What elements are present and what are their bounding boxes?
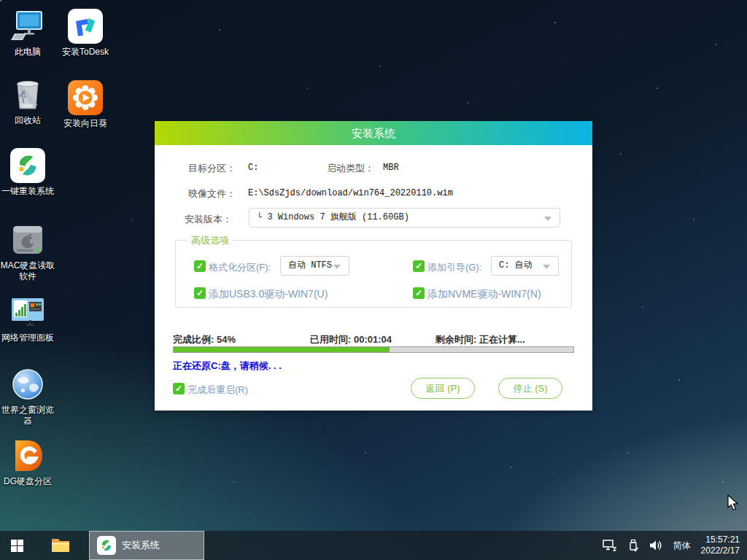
ime-indicator[interactable]: 简体 [673, 540, 691, 552]
advanced-options-legend: 高级选项 [187, 234, 233, 247]
tray-date: 2022/2/17 [701, 545, 740, 556]
chevron-down-icon [544, 217, 551, 221]
progress-percent-text: 完成比例: 54% [173, 333, 236, 346]
elapsed-time-text: 已用时间: 00:01:04 [310, 333, 392, 346]
windows-logo-icon [11, 540, 23, 552]
desktop-icon-label: 回收站 [0, 115, 57, 126]
desktop-icon-mac-disk[interactable]: MAC硬盘读取软件 [0, 222, 57, 282]
image-file-label: 映像文件： [188, 187, 236, 201]
add-boot-label: 添加引导(G): [427, 261, 481, 274]
desktop-icon-label: 此电脑 [0, 47, 57, 58]
system-tray: 简体 15:57:21 2022/2/17 [603, 534, 747, 556]
volume-icon[interactable] [649, 540, 663, 551]
install-version-label: 安装版本： [185, 213, 232, 226]
format-partition-dropdown[interactable]: 自动 NTFS [280, 256, 349, 276]
taskbar: 安装系统 简体 15:57:21 2022/2/17 [0, 531, 747, 560]
desktop-icon-label: 安装向日葵 [56, 118, 115, 129]
taskbar-task-install-system[interactable]: 安装系统 [89, 531, 204, 560]
world-window-browser-icon [10, 367, 45, 402]
mac-disk-icon [10, 222, 45, 257]
file-explorer-button[interactable] [44, 531, 77, 560]
install-app-icon [97, 536, 116, 555]
back-button[interactable]: 返回 (P) [411, 378, 475, 399]
progress-fill [174, 347, 390, 352]
progress-bar [173, 346, 574, 353]
desktop-icon-recycle-bin[interactable]: 回收站 [0, 77, 57, 126]
add-boot-checkbox[interactable] [413, 260, 425, 272]
image-file-value: E:\SdsZjds/download/win764_20220110.wim [248, 188, 453, 198]
desktop-icon-label: MAC硬盘读取软件 [0, 260, 57, 282]
target-partition-value: C: [248, 163, 258, 173]
advanced-options-group: 高级选项 格式化分区(F): 自动 NTFS 添加引导(G): C: 自动 添加… [175, 240, 572, 308]
usb-icon[interactable] [627, 539, 639, 552]
dialog-title: 安装系统 [352, 127, 395, 139]
reboot-after-checkbox[interactable] [173, 383, 185, 394]
format-partition-label: 格式化分区(F): [209, 261, 271, 274]
nvme-driver-label: 添加NVME驱动-WIN7(N) [427, 288, 541, 301]
desktop-icon-label: 网络管理面板 [0, 332, 57, 343]
desktop-icon-label: DG硬盘分区 [0, 476, 57, 487]
install-system-dialog: 安装系统 目标分区： C: 启动类型： MBR 映像文件： E:\SdsZjds… [155, 121, 592, 411]
desktop-icon-onekey-reinstall[interactable]: 一键重装系统 [0, 148, 57, 197]
this-pc-icon [10, 9, 45, 44]
taskbar-clock[interactable]: 15:57:21 2022/2/17 [701, 534, 740, 556]
desktop-icon-sunflower[interactable]: 安装向日葵 [56, 80, 115, 129]
chevron-down-icon [543, 265, 550, 269]
format-partition-value: 自动 NTFS [288, 260, 332, 271]
network-icon[interactable] [603, 540, 617, 552]
desktop-icon-label: 世界之窗浏览器 [0, 405, 57, 427]
star-field [0, 0, 1, 1]
dg-partition-icon [10, 438, 45, 473]
network-panel-icon [10, 295, 45, 330]
desktop-icon-world-window-browser[interactable]: 世界之窗浏览器 [0, 367, 57, 427]
desktop-icon-label: 安装ToDesk [56, 47, 115, 58]
install-version-dropdown[interactable]: └ 3 Windows 7 旗舰版 (11.60GB) [249, 208, 560, 228]
add-boot-dropdown[interactable]: C: 自动 [491, 256, 559, 276]
dialog-titlebar: 安装系统 [155, 121, 592, 145]
start-button[interactable] [0, 531, 34, 560]
install-version-value: └ 3 Windows 7 旗舰版 (11.60GB) [257, 212, 409, 222]
nvme-driver-checkbox[interactable] [413, 287, 425, 299]
target-partition-label: 目标分区： [188, 162, 236, 175]
mouse-cursor [726, 494, 740, 511]
desktop-icon-todesk[interactable]: 安装ToDesk [56, 9, 115, 58]
task-label: 安装系统 [122, 539, 160, 552]
stop-button[interactable]: 停止 (S) [498, 378, 562, 399]
todesk-icon [68, 9, 103, 44]
remaining-time-text: 剩余时间: 正在计算... [436, 333, 525, 346]
tray-time: 15:57:21 [701, 534, 740, 545]
chevron-down-icon [333, 265, 341, 269]
onekey-reinstall-icon [10, 148, 45, 183]
recycle-bin-icon [10, 77, 45, 112]
file-explorer-icon [51, 537, 70, 553]
reboot-after-label: 完成后重启(R) [187, 384, 248, 397]
restore-status-text: 正在还原C:盘，请稍候. . . [173, 359, 282, 373]
desktop-icon-dg-partition[interactable]: DG硬盘分区 [0, 438, 57, 487]
add-boot-value: C: 自动 [499, 260, 533, 271]
desktop-icon-network-panel[interactable]: 网络管理面板 [0, 295, 57, 343]
boot-type-value: MBR [383, 163, 399, 173]
desktop-icon-label: 一键重装系统 [0, 186, 57, 197]
desktop-icon-this-pc[interactable]: 此电脑 [0, 9, 57, 58]
format-partition-checkbox[interactable] [194, 260, 206, 272]
usb3-driver-label: 添加USB3.0驱动-WIN7(U) [209, 288, 328, 301]
boot-type-label: 启动类型： [327, 162, 374, 175]
usb3-driver-checkbox[interactable] [194, 287, 206, 299]
sunflower-icon [68, 80, 103, 115]
